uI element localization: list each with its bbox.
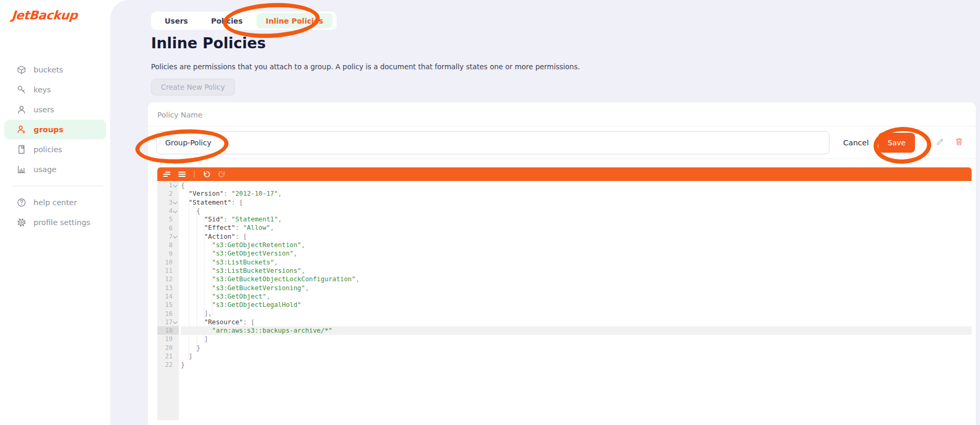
code-line-8[interactable]: "s3:GetObjectRetention", <box>181 241 972 249</box>
sidebar-item-label: users <box>34 105 54 114</box>
code-line-16[interactable]: ], <box>181 309 972 317</box>
sidebar-item-buckets[interactable]: buckets <box>4 60 106 80</box>
code-line-1[interactable]: { <box>181 181 972 189</box>
editor-toolbar <box>157 167 972 181</box>
gutter-line-5[interactable]: 5 <box>157 215 179 224</box>
fold-caret-icon[interactable] <box>173 320 178 325</box>
pencil-icon <box>936 137 944 147</box>
code-line-10[interactable]: "s3:ListBuckets", <box>181 258 972 267</box>
code-line-4[interactable]: { <box>181 207 972 215</box>
code-line-14[interactable]: "s3:GetObject", <box>181 292 972 301</box>
gutter-line-16[interactable]: 16 <box>157 309 179 317</box>
code-line-2[interactable]: "Version": "2012-10-17", <box>181 189 972 198</box>
undo-icon[interactable] <box>202 170 211 178</box>
sidebar-item-policies[interactable]: policies <box>4 140 106 160</box>
tab-inline-policies[interactable]: Inline Policies <box>256 13 333 28</box>
fold-caret-icon[interactable] <box>173 200 178 205</box>
code-line-20[interactable]: } <box>181 344 972 352</box>
tab-users[interactable]: Users <box>155 13 197 28</box>
gutter-line-1[interactable]: 1 <box>157 181 179 189</box>
sidebar-item-help-center[interactable]: help center <box>4 193 106 212</box>
gutter-line-15[interactable]: 15 <box>157 301 179 309</box>
jetbackup-logo[interactable]: JetBackup <box>11 8 78 22</box>
gutter-line-3[interactable]: 3 <box>157 198 179 207</box>
edit-policy-button[interactable] <box>935 136 945 148</box>
policy-json-editor: 12345678910111213141516171819202122 { "V… <box>157 167 972 420</box>
editor-code-area[interactable]: { "Version": "2012-10-17", "Statement": … <box>179 181 972 420</box>
sidebar-item-usage[interactable]: usage <box>4 160 106 179</box>
policy-panel: Policy Name Cancel Save <box>148 102 976 425</box>
main-content: UsersPoliciesInline Policies Inline Poli… <box>110 0 980 425</box>
code-line-17[interactable]: "Resource": [ <box>181 318 972 326</box>
sidebar-item-groups[interactable]: groups <box>4 120 106 140</box>
fold-caret-icon[interactable] <box>173 183 178 188</box>
policy-name-header: Policy Name <box>148 102 976 126</box>
editor-body[interactable]: 12345678910111213141516171819202122 { "V… <box>157 181 972 420</box>
page-title: Inline Policies <box>151 35 266 52</box>
gutter-line-12[interactable]: 12 <box>157 275 179 283</box>
toolbar-divider <box>194 171 195 178</box>
code-line-21[interactable]: ] <box>181 352 972 360</box>
editor-gutter: 12345678910111213141516171819202122 <box>157 181 179 420</box>
code-line-22[interactable]: } <box>181 360 972 369</box>
app-window: UsersPoliciesInline Policies Inline Poli… <box>0 0 980 425</box>
key-icon <box>17 85 26 94</box>
sidebar: JetBackup bucketskeysusersgroupspolicies… <box>0 0 110 425</box>
sidebar-nav: bucketskeysusersgroupspoliciesusagehelp … <box>0 60 110 232</box>
bar-chart-icon <box>17 165 26 174</box>
redo-icon[interactable] <box>218 170 226 178</box>
code-line-3[interactable]: "Statement": [ <box>181 198 972 207</box>
cancel-button[interactable]: Cancel <box>839 135 873 150</box>
code-line-9[interactable]: "s3:GetObjectVersion", <box>181 249 972 258</box>
sidebar-item-keys[interactable]: keys <box>4 80 106 100</box>
code-line-5[interactable]: "Sid": "Statement1", <box>181 215 972 224</box>
cube-icon <box>17 65 26 75</box>
sidebar-item-label: help center <box>34 198 77 207</box>
gutter-line-11[interactable]: 11 <box>157 267 179 275</box>
code-line-19[interactable]: ] <box>181 335 972 343</box>
page-description: Policies are permissions that you attach… <box>151 62 580 71</box>
tab-bar: UsersPoliciesInline Policies <box>151 12 337 30</box>
gutter-line-22[interactable]: 22 <box>157 360 179 369</box>
fold-caret-icon[interactable] <box>173 208 178 214</box>
gutter-line-17[interactable]: 17 <box>157 318 179 326</box>
gutter-line-21[interactable]: 21 <box>157 352 179 360</box>
sidebar-item-label: policies <box>34 145 62 154</box>
code-line-13[interactable]: "s3:GetBucketVersioning", <box>181 284 972 292</box>
gutter-line-20[interactable]: 20 <box>157 344 179 352</box>
code-line-11[interactable]: "s3:ListBucketVersions", <box>181 267 972 275</box>
fold-caret-icon[interactable] <box>173 234 178 239</box>
code-line-6[interactable]: "Effect": "Allow", <box>181 224 972 232</box>
tab-policies[interactable]: Policies <box>201 13 252 28</box>
gutter-line-14[interactable]: 14 <box>157 292 179 301</box>
code-line-18[interactable]: "arn:aws:s3::backups-archive/*" <box>181 326 972 335</box>
create-new-policy-button[interactable]: Create New Policy <box>151 79 235 95</box>
policy-name-input[interactable] <box>156 131 830 154</box>
save-button[interactable]: Save <box>878 133 915 153</box>
gutter-line-2[interactable]: 2 <box>157 189 179 198</box>
delete-policy-button[interactable] <box>954 136 964 148</box>
sidebar-item-users[interactable]: users <box>4 100 106 120</box>
gutter-line-10[interactable]: 10 <box>157 258 179 267</box>
gutter-line-13[interactable]: 13 <box>157 284 179 292</box>
gutter-line-9[interactable]: 9 <box>157 249 179 258</box>
code-line-15[interactable]: "s3:GetObjectLegalHold" <box>181 301 972 309</box>
gutter-line-7[interactable]: 7 <box>157 232 179 241</box>
gutter-line-19[interactable]: 19 <box>157 335 179 343</box>
sidebar-item-label: groups <box>34 125 63 134</box>
code-line-12[interactable]: "s3:GetBucketObjectLockConfiguration", <box>181 275 972 283</box>
align-left-icon[interactable] <box>163 170 171 178</box>
align-justify-icon[interactable] <box>178 170 186 178</box>
gutter-line-4[interactable]: 4 <box>157 207 179 215</box>
code-line-7[interactable]: "Action": [ <box>181 232 972 241</box>
sidebar-item-label: buckets <box>34 66 63 74</box>
trash-icon <box>955 137 963 147</box>
gutter-line-8[interactable]: 8 <box>157 241 179 249</box>
sidebar-item-label: keys <box>34 86 51 94</box>
sidebar-divider <box>12 186 103 186</box>
sidebar-item-profile-settings[interactable]: profile settings <box>4 212 106 232</box>
sidebar-item-label: usage <box>34 165 57 174</box>
gutter-line-6[interactable]: 6 <box>157 224 179 232</box>
gutter-line-18[interactable]: 18 <box>157 326 179 335</box>
sidebar-item-label: profile settings <box>34 218 90 227</box>
